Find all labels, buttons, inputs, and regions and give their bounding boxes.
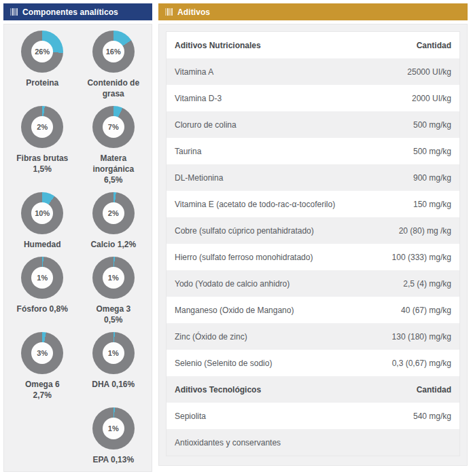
additive-quantity: 20 (80) mg /kg bbox=[399, 226, 451, 236]
donut-chart-cell: 16% Contenido degrasa bbox=[81, 31, 146, 99]
donut-chart: 1% bbox=[92, 407, 135, 450]
additive-quantity: 40 (67) mg/kg bbox=[401, 306, 451, 315]
donut-percent-label: 7% bbox=[103, 116, 124, 138]
additive-name: Vitamina A bbox=[175, 67, 213, 77]
additive-quantity: 0,3 (0,67) mg/kg bbox=[392, 359, 451, 368]
donut-chart-caption: EPA 0,13% bbox=[92, 454, 134, 465]
table-row: Taurina 500 mg/kg bbox=[167, 138, 459, 164]
additive-name: Yodo (Yodato de calcio anhidro) bbox=[175, 279, 290, 289]
analytic-components-panel: Componentes analíticos 26% Proteina 16% … bbox=[3, 3, 152, 466]
additive-quantity: 540 mg/kg bbox=[413, 411, 451, 421]
donut-chart-caption: Materainorgánica6,5% bbox=[92, 153, 134, 185]
bar-chart-icon bbox=[10, 8, 18, 16]
donut-chart-caption: Humedad bbox=[24, 239, 61, 250]
additive-quantity: 100 (333) mg/kg bbox=[392, 253, 451, 262]
additives-panel: Aditivos Aditivos Nutricionales Cantidad… bbox=[158, 3, 468, 466]
additive-quantity: Cantidad bbox=[417, 385, 451, 395]
table-row: Antioxidantes y conservantes bbox=[167, 429, 459, 456]
donut-percent-label: 2% bbox=[103, 202, 124, 224]
additive-quantity: 500 mg/kg bbox=[413, 147, 451, 156]
donut-chart-cell: 26% Proteina bbox=[10, 31, 75, 99]
donut-chart-cell: 1% Omega 30,5% bbox=[81, 257, 146, 325]
donut-chart-caption: Omega 30,5% bbox=[96, 304, 130, 325]
additives-title: Aditivos bbox=[177, 7, 210, 17]
table-row: Vitamina D-3 2000 UI/kg bbox=[167, 85, 459, 111]
additive-quantity: Cantidad bbox=[417, 41, 451, 50]
donut-chart-cell: 2% Calcio 1,2% bbox=[81, 192, 146, 250]
table-row: Aditivos Tecnológicos Cantidad bbox=[167, 376, 459, 403]
donut-percent-label: 1% bbox=[103, 418, 124, 439]
additive-name: Hierro (sulfato ferroso monohidratado) bbox=[175, 253, 313, 262]
additive-quantity: 500 mg/kg bbox=[413, 120, 451, 130]
table-row: Manganeso (Oxido de Mangano) 40 (67) mg/… bbox=[167, 297, 459, 323]
table-row: Aditivos Nutricionales Cantidad bbox=[167, 32, 459, 58]
additive-name: Antioxidantes y conservantes bbox=[175, 438, 281, 447]
additive-quantity: 2,5 (4) mg/kg bbox=[403, 279, 451, 289]
donut-chart: 1% bbox=[92, 257, 135, 299]
table-row: Yodo (Yodato de calcio anhidro) 2,5 (4) … bbox=[167, 270, 459, 297]
additive-name: Taurina bbox=[175, 147, 201, 156]
table-row: Vitamina E (acetato de todo-rac-α-tocofe… bbox=[167, 191, 459, 217]
table-row: Hierro (sulfato ferroso monohidratado) 1… bbox=[167, 244, 459, 270]
donut-percent-label: 1% bbox=[103, 342, 124, 364]
analytic-components-header: Componentes analíticos bbox=[3, 3, 152, 20]
additives-header: Aditivos bbox=[158, 3, 468, 20]
donut-percent-label: 1% bbox=[31, 267, 53, 289]
donut-percent-label: 1% bbox=[103, 267, 124, 289]
additive-name: Manganeso (Oxido de Mangano) bbox=[175, 306, 294, 315]
additive-name: Aditivos Tecnológicos bbox=[175, 385, 261, 395]
additive-name: DL-Metionina bbox=[175, 173, 223, 183]
additive-name: Cloruro de colina bbox=[175, 120, 237, 130]
additives-table: Aditivos Nutricionales Cantidad Vitamina… bbox=[166, 31, 460, 456]
additive-name: Vitamina E (acetato de todo-rac-α-tocofe… bbox=[175, 200, 335, 209]
table-row: DL-Metionina 900 mg/kg bbox=[167, 164, 459, 191]
table-row: Selenio (Selenito de sodio) 0,3 (0,67) m… bbox=[167, 350, 459, 376]
donut-chart: 10% bbox=[21, 192, 63, 234]
donut-chart: 7% bbox=[92, 106, 135, 148]
table-row: Cobre (sulfato cúprico pentahidratado) 2… bbox=[167, 217, 459, 244]
additives-body: Aditivos Nutricionales Cantidad Vitamina… bbox=[158, 24, 468, 466]
donut-chart-caption: Fibras brutas1,5% bbox=[16, 153, 68, 175]
donut-chart: 16% bbox=[92, 31, 135, 73]
additive-quantity: 25000 UI/kg bbox=[407, 67, 451, 77]
donut-chart-cell: 1% DHA 0,16% bbox=[81, 332, 146, 401]
donut-chart-caption: Omega 62,7% bbox=[25, 379, 60, 401]
analytic-components-title: Componentes analíticos bbox=[22, 7, 118, 17]
donut-chart-cell: 2% Fibras brutas1,5% bbox=[10, 106, 75, 185]
donut-percent-label: 26% bbox=[31, 41, 53, 62]
donut-chart: 1% bbox=[92, 332, 135, 374]
additive-name: Selenio (Selenito de sodio) bbox=[175, 359, 272, 368]
donut-chart: 2% bbox=[21, 106, 63, 148]
donut-chart-caption: Proteina bbox=[26, 77, 58, 88]
donut-chart-cell: 7% Materainorgánica6,5% bbox=[81, 106, 146, 185]
additive-quantity: 130 (180) mg/kg bbox=[392, 332, 451, 342]
donut-chart-caption: DHA 0,16% bbox=[92, 379, 135, 390]
donut-charts-grid: 26% Proteina 16% Contenido degrasa 2% Fi… bbox=[4, 24, 152, 471]
donut-chart-caption: Calcio 1,2% bbox=[90, 239, 136, 250]
donut-percent-label: 10% bbox=[31, 202, 53, 224]
donut-percent-label: 2% bbox=[31, 116, 53, 138]
table-row: Zinc (Óxido de zinc) 130 (180) mg/kg bbox=[167, 323, 459, 350]
additive-quantity: 2000 UI/kg bbox=[412, 94, 451, 103]
bar-chart-icon bbox=[165, 8, 173, 16]
donut-chart: 3% bbox=[21, 332, 63, 374]
donut-chart-cell: 10% Humedad bbox=[10, 192, 75, 250]
table-row: Sepiolita 540 mg/kg bbox=[167, 403, 459, 429]
donut-chart: 26% bbox=[21, 31, 63, 73]
additive-name: Aditivos Nutricionales bbox=[175, 41, 261, 50]
additive-name: Cobre (sulfato cúprico pentahidratado) bbox=[175, 226, 314, 236]
table-row: Cloruro de colina 500 mg/kg bbox=[167, 111, 459, 138]
donut-percent-label: 3% bbox=[31, 342, 53, 364]
donut-chart-cell: 3% Omega 62,7% bbox=[10, 332, 75, 401]
donut-chart-caption: Contenido degrasa bbox=[87, 77, 139, 99]
additive-quantity: 900 mg/kg bbox=[413, 173, 451, 183]
additive-name: Zinc (Óxido de zinc) bbox=[175, 332, 247, 342]
donut-chart-cell: 1% EPA 0,13% bbox=[81, 407, 146, 465]
donut-chart-cell: 1% Fósforo 0,8% bbox=[10, 257, 75, 325]
donut-percent-label: 16% bbox=[103, 41, 124, 62]
table-row: Vitamina A 25000 UI/kg bbox=[167, 58, 459, 85]
additive-name: Sepiolita bbox=[175, 411, 206, 421]
donut-chart: 2% bbox=[92, 192, 135, 234]
analytic-components-body: 26% Proteina 16% Contenido degrasa 2% Fi… bbox=[3, 24, 152, 472]
donut-chart: 1% bbox=[21, 257, 63, 299]
